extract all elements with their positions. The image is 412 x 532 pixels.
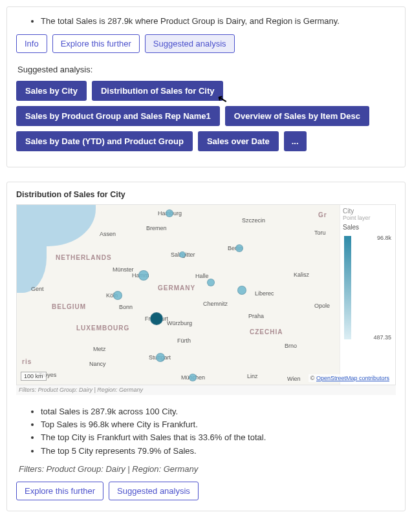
city-marker[interactable]	[207, 279, 215, 286]
city-label: Opole	[314, 303, 330, 309]
insight-bullet: The top 5 City represents 79.9% of Sales…	[41, 445, 396, 458]
action-row: Info Explore this further Suggested anal…	[16, 34, 396, 53]
chart-title: Distribution of Sales for City	[16, 190, 396, 199]
city-marker[interactable]	[189, 374, 197, 381]
suggested-analysis-button[interactable]: Suggested analysis	[109, 482, 199, 500]
explore-button[interactable]: Explore this further	[52, 34, 140, 53]
suggested-chips-row-3: Sales by Date (YTD) and Product Group Sa…	[16, 131, 396, 151]
explore-button[interactable]: Explore this further	[16, 482, 103, 500]
country-label: GERMANY	[158, 284, 195, 292]
osm-prefix: ©	[310, 375, 316, 381]
map-scalebar: 100 km	[21, 372, 47, 381]
insight-bullet: The top City is Frankfurt with Sales tha…	[41, 431, 396, 444]
legend-gradient	[344, 236, 351, 339]
legend-layer-name: City	[343, 207, 393, 215]
osm-link[interactable]: OpenStreetMap contributors	[316, 375, 389, 381]
chip-more[interactable]: ...	[284, 131, 307, 151]
country-label: CZECHIA	[250, 328, 283, 335]
suggested-chips-row-1: Sales by City Distribution of Sales for …	[16, 81, 396, 101]
city-label: Halle	[195, 273, 209, 279]
city-label: Assen	[100, 231, 116, 237]
country-label: NETHERLANDS	[56, 254, 112, 261]
legend-max: 96.8k	[377, 235, 391, 241]
city-label: Chemnitz	[203, 301, 228, 307]
city-label: Würzburg	[167, 320, 192, 326]
summary-bullets: The total Sales is 287.9k where Product …	[16, 15, 396, 28]
chip-sales-by-city[interactable]: Sales by City	[16, 81, 87, 101]
summary-bullet: The total Sales is 287.9k where Product …	[41, 15, 396, 28]
insight-bullets: total Sales is 287.9k across 100 City. T…	[16, 405, 396, 458]
map-attribution: © OpenStreetMap contributors	[309, 374, 391, 382]
city-marker[interactable]	[156, 353, 165, 362]
country-label: ris	[22, 358, 32, 365]
city-marker[interactable]	[166, 209, 173, 217]
city-label: Praha	[248, 313, 264, 319]
city-label: Szczecin	[242, 217, 265, 224]
legend-min: 487.35	[373, 334, 391, 341]
chip-sales-over-date[interactable]: Sales over Date	[198, 131, 279, 151]
suggested-label: Suggested analysis:	[17, 65, 396, 74]
map-visualization[interactable]: NETHERLANDSGERMANYBELGIUMLUXEMBOURGCZECH…	[16, 204, 396, 385]
summary-card: The total Sales is 287.9k where Product …	[6, 6, 406, 167]
city-label: Metz	[93, 346, 106, 352]
card2-action-row: Explore this further Suggested analysis	[16, 482, 396, 500]
city-label: Gent	[31, 286, 44, 292]
city-label: Kalisz	[294, 271, 309, 278]
distribution-card: Distribution of Sales for City NETHERLAN…	[6, 182, 406, 511]
map-filters-caption: Filters: Product Group: Dairy | Region: …	[16, 385, 396, 399]
map-legend: City Point layer Sales 96.8k 487.35	[340, 205, 395, 385]
chip-label: Distribution of Sales for City	[101, 86, 215, 96]
country-label: BELGIUM	[52, 303, 86, 310]
city-label: Toru	[314, 229, 326, 236]
city-marker[interactable]	[113, 291, 122, 300]
city-label: Nancy	[89, 361, 106, 367]
insight-bullet: Top Sales is 96.8k where City is Frankfu…	[41, 418, 396, 431]
city-label: Liberec	[255, 290, 274, 297]
cursor-icon: ↖	[216, 91, 229, 107]
suggested-chips-row-2: Sales by Product Group and Sales Rep Nam…	[16, 106, 396, 126]
chip-sales-by-product-group-rep[interactable]: Sales by Product Group and Sales Rep Nam…	[16, 106, 220, 126]
city-marker[interactable]	[150, 312, 163, 325]
city-marker[interactable]	[235, 244, 243, 252]
legend-layer-type: Point layer	[343, 215, 393, 221]
city-marker[interactable]	[237, 286, 246, 295]
city-label: Bremen	[146, 225, 167, 231]
chip-distribution-of-sales-for-city[interactable]: Distribution of Sales for City ↖	[92, 81, 224, 101]
city-label: Linz	[247, 373, 258, 379]
legend-measure: Sales	[343, 224, 393, 231]
city-label: Fürth	[177, 337, 191, 344]
city-label: Wien	[287, 376, 301, 382]
suggested-analysis-button[interactable]: Suggested analysis	[145, 34, 235, 53]
info-button[interactable]: Info	[16, 34, 47, 53]
city-marker[interactable]	[138, 270, 149, 281]
chip-sales-by-date-ytd-product-group[interactable]: Sales by Date (YTD) and Product Group	[16, 131, 193, 151]
country-label: Gr	[318, 211, 327, 218]
country-label: LUXEMBOURG	[76, 325, 129, 332]
city-label: Bonn	[119, 304, 133, 310]
city-label: Brno	[285, 343, 297, 349]
city-label: Münster	[113, 266, 134, 273]
city-marker[interactable]	[179, 251, 186, 258]
map-canvas[interactable]: NETHERLANDSGERMANYBELGIUMLUXEMBOURGCZECH…	[17, 205, 395, 385]
filters-line: Filters: Product Group: Dairy | Region: …	[19, 464, 396, 474]
insight-bullet: total Sales is 287.9k across 100 City.	[41, 405, 396, 418]
chip-overview-by-item-desc[interactable]: Overview of Sales by Item Desc	[225, 106, 369, 126]
